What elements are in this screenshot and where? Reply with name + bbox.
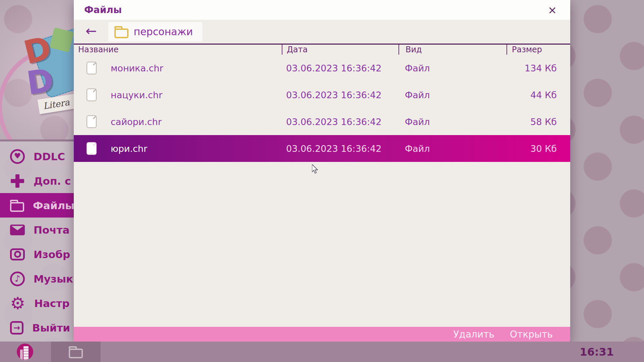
dialog-toolbar: ← персонажи xyxy=(74,20,570,45)
sidebar-item-label: Выйти xyxy=(32,322,70,334)
file-kind: Файл xyxy=(398,63,506,73)
launcher-building-icon[interactable] xyxy=(17,344,33,360)
ddlc-logo-letter-purple: D xyxy=(25,64,56,100)
sidebar-item-label: Доп. с xyxy=(34,175,71,187)
ddlc-logo-strip-text: Litera xyxy=(43,97,70,111)
music-icon xyxy=(10,272,25,286)
file-size: 134 Кб xyxy=(506,63,570,73)
dialog-footer: Удалить Открыть xyxy=(74,327,570,342)
footer-action-button[interactable]: Открыть xyxy=(510,329,553,340)
dialog-titlebar: Файлы × xyxy=(74,0,570,20)
sidebar-item[interactable]: Настр xyxy=(0,291,74,315)
file-icon xyxy=(87,142,97,155)
file-size: 30 Кб xyxy=(506,143,570,154)
sidebar-item[interactable]: Выйти xyxy=(0,315,74,340)
sidebar-item[interactable]: Изобр xyxy=(0,242,74,266)
folder-icon xyxy=(10,202,24,212)
plus-icon xyxy=(10,174,25,188)
file-name: нацуки.chr xyxy=(111,90,162,100)
taskbar: 16:31 xyxy=(0,342,644,362)
sidebar-item-label: Настр xyxy=(34,297,69,309)
file-list: моника.chr 03.06.2023 16:36:42 Файл 134 … xyxy=(74,55,570,162)
file-name-cell: нацуки.chr xyxy=(74,88,282,101)
file-date: 03.06.2023 16:36:42 xyxy=(282,117,398,127)
launcher-sidebar: DDLC Доп. с Файлы Почта Изобр Музык Наст… xyxy=(0,139,74,342)
breadcrumb[interactable]: персонажи xyxy=(108,22,202,42)
dialog-title: Файлы xyxy=(84,4,122,15)
column-header[interactable]: Дата xyxy=(282,45,398,55)
column-header[interactable]: Название xyxy=(74,45,282,55)
file-row[interactable]: юри.chr 03.06.2023 16:36:42 Файл 30 Кб xyxy=(74,135,570,162)
file-kind: Файл xyxy=(398,117,506,127)
taskbar-files-app-tile[interactable] xyxy=(51,342,101,362)
building-tower xyxy=(23,346,29,360)
file-icon xyxy=(87,62,97,74)
column-header[interactable]: Размер xyxy=(506,45,570,55)
close-icon[interactable]: × xyxy=(548,5,557,15)
sidebar-item[interactable]: Файлы xyxy=(0,193,74,218)
sidebar-item-label: Изобр xyxy=(34,248,70,260)
folder-icon xyxy=(114,28,128,38)
file-list-header: Название Дата Вид Размер xyxy=(74,45,570,55)
file-name: моника.chr xyxy=(111,63,163,73)
sidebar-item[interactable]: Доп. с xyxy=(0,169,74,193)
file-name-cell: сайори.chr xyxy=(74,115,282,128)
file-icon xyxy=(87,115,97,128)
file-row[interactable]: сайори.chr 03.06.2023 16:36:42 Файл 58 К… xyxy=(74,108,570,135)
file-date: 03.06.2023 16:36:42 xyxy=(282,63,398,73)
sidebar-item[interactable]: DDLC xyxy=(0,144,74,169)
sidebar-item-label: Файлы xyxy=(33,199,74,212)
file-name-cell: моника.chr xyxy=(74,62,282,74)
file-row[interactable]: моника.chr 03.06.2023 16:36:42 Файл 134 … xyxy=(74,55,570,81)
breadcrumb-folder-label: персонажи xyxy=(134,26,193,38)
sidebar-item-label: DDLC xyxy=(34,150,65,163)
taskbar-clock: 16:31 xyxy=(580,342,614,362)
image-icon xyxy=(10,248,25,260)
file-name-cell: юри.chr xyxy=(74,142,282,155)
sidebar-item-label: Музык xyxy=(34,273,73,285)
desktop: { "colors": { "accent_purple": "#7B2D8E"… xyxy=(0,0,644,362)
footer-action-button[interactable]: Удалить xyxy=(453,329,495,340)
files-dialog: Файлы × ← персонажи Название Дата Вид Ра… xyxy=(74,0,570,342)
building-side-tower xyxy=(20,350,23,360)
file-name: юри.chr xyxy=(111,143,147,154)
file-kind: Файл xyxy=(398,90,506,100)
sidebar-item[interactable]: Музык xyxy=(0,266,74,291)
file-kind: Файл xyxy=(398,143,506,154)
column-header[interactable]: Вид xyxy=(398,45,506,55)
gear-icon xyxy=(10,296,25,311)
sidebar-item[interactable]: Почта xyxy=(0,218,74,242)
heart-icon xyxy=(10,149,25,164)
mail-icon xyxy=(10,225,25,235)
back-arrow-icon[interactable]: ← xyxy=(86,24,97,38)
file-size: 58 Кб xyxy=(506,117,570,127)
file-date: 03.06.2023 16:36:42 xyxy=(282,90,398,100)
mouse-cursor xyxy=(312,164,321,174)
sidebar-item-label: Почта xyxy=(34,224,69,236)
file-icon xyxy=(87,88,97,101)
file-row[interactable]: нацуки.chr 03.06.2023 16:36:42 Файл 44 К… xyxy=(74,81,570,108)
file-size: 44 Кб xyxy=(506,90,570,100)
exit-icon xyxy=(10,321,23,335)
file-date: 03.06.2023 16:36:42 xyxy=(282,143,398,154)
folder-icon xyxy=(69,349,83,358)
file-name: сайори.chr xyxy=(111,117,162,127)
